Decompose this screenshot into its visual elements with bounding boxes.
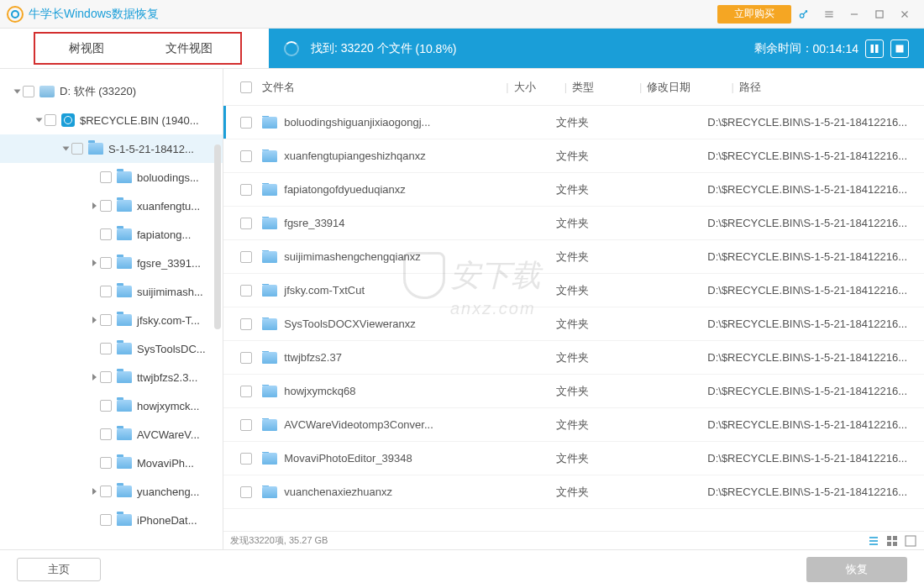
file-row[interactable]: fgsre_33914文件夹D:\$RECYCLE.BIN\S-1-5-21-1…	[223, 207, 924, 240]
file-row[interactable]: fapiatongofdyueduqianxz文件夹D:\$RECYCLE.BI…	[223, 173, 924, 207]
checkbox[interactable]	[71, 143, 83, 155]
checkbox[interactable]	[240, 419, 252, 431]
checkbox[interactable]	[100, 457, 112, 469]
checkbox[interactable]	[240, 318, 252, 330]
key-icon[interactable]	[791, 0, 816, 29]
remain-label: 剩余时间：	[754, 41, 813, 56]
file-row[interactable]: xuanfengtupiangeshizhqanxz文件夹D:\$RECYCLE…	[223, 139, 924, 173]
tree-item[interactable]: howjxymck...	[0, 391, 223, 420]
file-row[interactable]: suijimimashengchengqianxz文件夹D:\$RECYCLE.…	[223, 240, 924, 274]
tree-item[interactable]: AVCWareV...	[0, 420, 223, 449]
file-path: D:\$RECYCLE.BIN\S-1-5-21-18412216...	[707, 217, 907, 229]
tree-label: SysToolsDC...	[137, 343, 206, 355]
tree-item[interactable]: MovaviPh...	[0, 449, 223, 477]
svg-rect-9	[906, 536, 916, 546]
view-detail-icon[interactable]	[904, 534, 917, 548]
checkbox[interactable]	[100, 314, 112, 326]
checkbox[interactable]	[240, 184, 252, 196]
tree-label: MovaviPh...	[137, 457, 194, 470]
menu-icon[interactable]	[816, 0, 842, 29]
file-path: D:\$RECYCLE.BIN\S-1-5-21-18412216...	[707, 351, 907, 364]
checkbox[interactable]	[100, 343, 112, 354]
checkbox[interactable]	[240, 251, 252, 263]
tree-sid[interactable]: S-1-5-21-18412...	[0, 134, 223, 163]
checkbox[interactable]	[240, 117, 252, 129]
checkbox[interactable]	[240, 453, 252, 465]
file-type: 文件夹	[556, 317, 623, 332]
tree-drive[interactable]: D: 软件 (33220)	[0, 77, 223, 106]
file-type: 文件夹	[556, 216, 623, 231]
file-path: D:\$RECYCLE.BIN\S-1-5-21-18412216...	[707, 486, 907, 498]
pause-button[interactable]	[865, 39, 884, 58]
file-row[interactable]: SysToolsDOCXVieweranxz文件夹D:\$RECYCLE.BIN…	[223, 307, 924, 341]
checkbox[interactable]	[45, 114, 56, 126]
checkbox[interactable]	[100, 514, 112, 526]
status-bar: 发现33220项, 35.27 GB	[223, 531, 924, 549]
expand-icon[interactable]	[92, 260, 97, 266]
folder-icon	[262, 251, 277, 263]
file-row[interactable]: vuanchenaxiezhuanxz文件夹D:\$RECYCLE.BIN\S-…	[223, 475, 924, 509]
maximize-icon[interactable]	[867, 0, 892, 29]
file-row[interactable]: ttwjbfzs2.37文件夹D:\$RECYCLE.BIN\S-1-5-21-…	[223, 341, 924, 375]
checkbox[interactable]	[240, 486, 252, 498]
tree-item[interactable]: suijimimash...	[0, 277, 223, 306]
recover-button[interactable]: 恢复	[806, 557, 907, 582]
tree-item[interactable]: fapiatong...	[0, 220, 223, 249]
checkbox[interactable]	[100, 371, 112, 383]
checkbox-all[interactable]	[240, 81, 252, 93]
titlebar: 牛学长Windows数据恢复 立即购买	[0, 0, 924, 29]
tree-recycle[interactable]: $RECYCLE.BIN (1940...	[0, 106, 223, 134]
checkbox[interactable]	[100, 228, 112, 240]
tab-tree-view[interactable]: 树视图	[35, 34, 138, 63]
checkbox[interactable]	[100, 428, 112, 440]
file-row[interactable]: howjxymckq68文件夹D:\$RECYCLE.BIN\S-1-5-21-…	[223, 375, 924, 408]
checkbox[interactable]	[100, 257, 112, 269]
file-type: 文件夹	[556, 149, 623, 164]
file-row[interactable]: AVCWareVideotomp3Conver...文件夹D:\$RECYCLE…	[223, 408, 924, 442]
home-button[interactable]: 主页	[17, 558, 101, 581]
col-type[interactable]: 类型	[572, 80, 639, 95]
expand-icon[interactable]	[92, 374, 97, 381]
checkbox[interactable]	[100, 171, 112, 183]
checkbox[interactable]	[240, 150, 252, 162]
tree-item[interactable]: fgsre_3391...	[0, 249, 223, 277]
col-date[interactable]: 修改日期	[647, 80, 731, 95]
file-row[interactable]: boluodingshiguanjixiaogongj...文件夹D:\$REC…	[223, 106, 924, 139]
checkbox[interactable]	[100, 486, 112, 497]
scrollbar[interactable]	[214, 144, 221, 329]
view-list-icon[interactable]	[867, 534, 880, 548]
tree-item[interactable]: yuancheng...	[0, 477, 223, 506]
tree-item[interactable]: ttwjbfzs2.3...	[0, 363, 223, 391]
stop-button[interactable]	[890, 39, 909, 58]
tree-item[interactable]: boluodings...	[0, 163, 223, 192]
checkbox[interactable]	[240, 285, 252, 297]
expand-icon[interactable]	[92, 202, 97, 209]
buy-button[interactable]: 立即购买	[717, 5, 791, 24]
tree-item[interactable]: jfsky.com-T...	[0, 306, 223, 334]
close-icon[interactable]	[892, 0, 917, 29]
tree-item[interactable]: xuanfengtu...	[0, 192, 223, 220]
checkbox[interactable]	[23, 86, 34, 97]
checkbox[interactable]	[240, 352, 252, 364]
svg-rect-3	[876, 45, 879, 53]
col-size[interactable]: 大小	[514, 80, 564, 95]
checkbox[interactable]	[240, 218, 252, 229]
checkbox[interactable]	[100, 200, 112, 212]
col-name[interactable]: 文件名	[262, 80, 506, 95]
checkbox[interactable]	[100, 400, 112, 412]
view-grid-icon[interactable]	[885, 534, 899, 548]
tree-item[interactable]: SysToolsDC...	[0, 334, 223, 363]
file-row[interactable]: MovaviPhotoEditor_39348文件夹D:\$RECYCLE.BI…	[223, 442, 924, 475]
checkbox[interactable]	[240, 386, 252, 397]
file-name: howjxymckq68	[284, 385, 355, 397]
file-row[interactable]: jfsky.com-TxtCut文件夹D:\$RECYCLE.BIN\S-1-5…	[223, 274, 924, 307]
tree-item[interactable]: iPhoneDat...	[0, 506, 223, 534]
expand-icon[interactable]	[92, 488, 97, 495]
file-name: vuanchenaxiezhuanxz	[284, 486, 392, 498]
expand-icon[interactable]	[92, 317, 97, 323]
checkbox[interactable]	[100, 286, 112, 297]
tab-file-view[interactable]: 文件视图	[138, 34, 240, 63]
col-path[interactable]: 路径	[739, 80, 907, 95]
minimize-icon[interactable]	[842, 0, 867, 29]
file-name: SysToolsDOCXVieweranxz	[284, 318, 416, 330]
